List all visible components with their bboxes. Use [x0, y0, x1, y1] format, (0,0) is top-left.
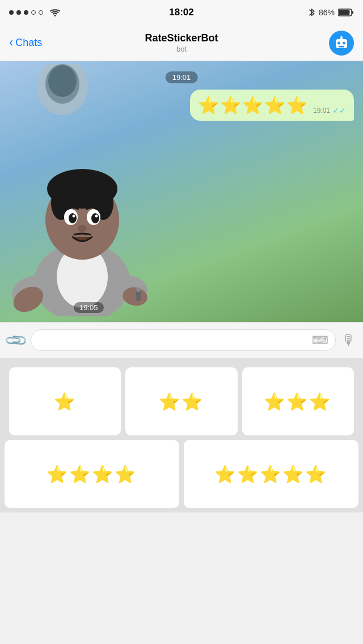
bot-avatar[interactable] [329, 31, 354, 56]
message-timestamp-1: 19:01 [166, 71, 198, 83]
stars-4: ⭐⭐⭐⭐ [47, 464, 137, 484]
rating-row-2: ⭐⭐⭐⭐ ⭐⭐⭐⭐⭐ [5, 440, 358, 512]
bluetooth-icon [308, 7, 315, 18]
top-sticker-icon [17, 64, 108, 132]
signal-dot-1 [9, 10, 14, 15]
signal-area [9, 9, 61, 17]
rating-cell-1[interactable]: ⭐ [9, 367, 121, 435]
svg-rect-3 [339, 10, 350, 15]
svg-point-25 [73, 215, 75, 218]
svg-point-27 [78, 225, 87, 232]
attachment-icon[interactable]: 📎 [3, 328, 29, 353]
read-check-icon: ✓✓ [332, 106, 346, 115]
rating-grid-container: ⭐ ⭐⭐ ⭐⭐⭐ ⭐⭐⭐⭐ ⭐⭐⭐⭐⭐ [0, 358, 363, 512]
battery-icon [338, 9, 354, 16]
signal-dot-2 [16, 10, 21, 15]
nav-center: RateStickerBot bot [145, 32, 218, 53]
stars-2: ⭐⭐ [159, 392, 204, 412]
bubble-stars: ⭐⭐⭐⭐⭐ [198, 95, 309, 115]
svg-point-7 [343, 41, 345, 44]
microphone-icon[interactable]: 🎙 [341, 332, 356, 349]
svg-point-33 [136, 287, 141, 292]
input-bar: 📎 ⌨ 🎙 [0, 322, 363, 358]
sticker-large [0, 124, 170, 322]
rating-row-1: ⭐ ⭐⭐ ⭐⭐⭐ [5, 363, 358, 435]
wifi-icon [49, 9, 61, 17]
signal-dot-3 [24, 10, 28, 15]
rating-cell-3[interactable]: ⭐⭐⭐ [242, 367, 354, 435]
message-bubble-stars: ⭐⭐⭐⭐⭐ 19:01 ✓✓ [190, 90, 354, 121]
rating-cell-4[interactable]: ⭐⭐⭐⭐ [5, 440, 179, 508]
svg-rect-32 [136, 291, 141, 301]
back-button[interactable]: ‹ Chats [9, 37, 42, 49]
status-time: 18:02 [169, 7, 193, 18]
svg-point-6 [337, 41, 340, 44]
bubble-meta: 19:01 ✓✓ [313, 106, 346, 115]
sticker-timestamp: 19:05 [74, 302, 104, 313]
back-label: Chats [15, 37, 42, 49]
chat-title: RateStickerBot [145, 32, 218, 45]
svg-rect-4 [352, 11, 354, 14]
signal-dot-5 [39, 10, 43, 15]
chat-area: 19:01 ⭐⭐⭐⭐⭐ 19:01 ✓✓ [0, 61, 363, 322]
signal-dot-4 [31, 10, 36, 15]
back-chevron-icon: ‹ [9, 36, 13, 49]
svg-point-23 [69, 213, 77, 223]
battery-percent: 86% [319, 8, 335, 17]
status-right: 86% [308, 7, 354, 18]
svg-point-26 [95, 215, 98, 218]
message-input-field[interactable]: ⌨ [31, 329, 336, 351]
svg-rect-8 [339, 46, 344, 48]
keyboard-icon: ⌨ [312, 333, 328, 347]
chat-subtitle: bot [145, 45, 218, 53]
stars-5: ⭐⭐⭐⭐⭐ [214, 464, 328, 484]
rating-cell-5[interactable]: ⭐⭐⭐⭐⭐ [184, 440, 358, 508]
character-sticker [0, 124, 164, 316]
robot-icon [333, 35, 350, 52]
svg-point-13 [48, 65, 77, 97]
nav-bar: ‹ Chats RateStickerBot bot [0, 25, 363, 61]
stars-3: ⭐⭐⭐ [264, 392, 332, 412]
svg-point-24 [91, 213, 99, 223]
svg-point-0 [54, 15, 56, 16]
svg-point-10 [341, 36, 343, 37]
stars-1: ⭐ [54, 392, 77, 412]
bubble-time: 19:01 [313, 107, 330, 115]
rating-cell-2[interactable]: ⭐⭐ [125, 367, 237, 435]
status-bar: 18:02 86% [0, 0, 363, 25]
